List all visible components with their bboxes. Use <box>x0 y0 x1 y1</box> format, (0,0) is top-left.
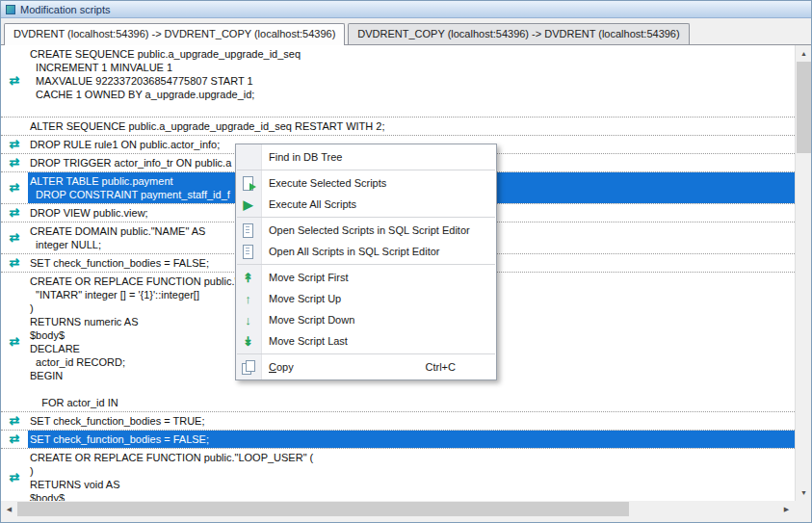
menu-item-label: Move Script First <box>269 272 349 283</box>
script-text: CREATE OR REPLACE FUNCTION public."LOOP_… <box>28 449 795 501</box>
window-title: Modification scripts <box>20 4 111 15</box>
sync-arrows-icon: ⇄ <box>10 256 20 270</box>
sync-arrows-icon: ⇄ <box>10 181 20 195</box>
menu-item-label: Move Script Last <box>269 335 348 347</box>
vertical-scrollbar[interactable]: ▲ ▼ <box>795 45 811 501</box>
menu-item-find-in-db-tree[interactable]: Find in DB Tree <box>236 146 496 168</box>
menu-item-label: Execute All Scripts <box>269 198 356 210</box>
menu-item-label: Copy <box>269 361 294 373</box>
script-text: SET check_function_bodies = FALSE; <box>28 431 795 448</box>
menu-item-move-script-up[interactable]: ↑Move Script Up <box>236 288 496 309</box>
script-gutter: ⇄ <box>1 172 28 203</box>
script-text: SET check_function_bodies = TRUE; <box>28 412 795 430</box>
horizontal-scroll-thumb[interactable] <box>17 502 629 516</box>
sync-arrows-icon: ⇄ <box>10 74 20 88</box>
horizontal-scrollbar-row: ◀ ▶ <box>1 501 811 517</box>
scroll-down-icon[interactable]: ▼ <box>796 484 812 501</box>
menu-item-copy[interactable]: CopyCtrl+C <box>236 356 496 378</box>
tab-bar: DVDRENT (localhost:54396) -> DVDRENT_COP… <box>1 18 811 44</box>
sync-arrows-icon: ⇄ <box>10 414 20 428</box>
move-script-down-icon: ↓ <box>240 312 256 327</box>
horizontal-scrollbar[interactable]: ◀ ▶ <box>1 501 795 517</box>
menu-item-open-selected-scripts-in-sql-script-editor[interactable]: Open Selected Scripts in SQL Script Edit… <box>236 220 496 241</box>
script-gutter: ⇄ <box>1 254 28 272</box>
menu-shortcut: Ctrl+C <box>426 361 486 373</box>
script-gutter <box>1 118 28 135</box>
menu-separator <box>237 170 495 170</box>
menu-separator <box>237 353 495 354</box>
script-gutter: ⇄ <box>1 222 28 253</box>
menu-separator <box>237 217 495 218</box>
tab-1[interactable]: DVDRENT_COPY (localhost:54396) -> DVDREN… <box>348 23 689 44</box>
menu-item-label: Open All Scripts in SQL Script Editor <box>269 246 440 257</box>
menu-separator <box>237 264 495 265</box>
sync-arrows-icon: ⇄ <box>10 206 20 220</box>
script-gutter: ⇄ <box>1 431 28 448</box>
script-gutter: ⇄ <box>1 45 28 117</box>
script-gutter: ⇄ <box>1 204 28 222</box>
sync-arrows-icon: ⇄ <box>10 471 20 484</box>
menu-item-label: Move Script Up <box>269 293 341 304</box>
open-selected-scripts-icon <box>240 222 256 238</box>
execute-selected-scripts-icon <box>240 175 256 191</box>
modification-scripts-icon <box>6 5 15 14</box>
move-script-first-icon: ↟ <box>240 270 256 285</box>
script-row[interactable]: ⇄CREATE SEQUENCE public.a_upgrade_upgrad… <box>1 45 795 118</box>
script-gutter: ⇄ <box>1 154 28 171</box>
move-script-last-icon: ↡ <box>240 333 256 349</box>
sync-arrows-icon: ⇄ <box>10 156 20 170</box>
scroll-left-icon[interactable]: ◀ <box>1 501 17 517</box>
find-in-db-tree-icon <box>240 149 256 165</box>
menu-item-label: Open Selected Scripts in SQL Script Edit… <box>269 224 470 236</box>
move-script-up-icon: ↑ <box>240 291 256 306</box>
script-row[interactable]: ALTER SEQUENCE public.a_upgrade_upgrade_… <box>1 118 795 136</box>
script-gutter: ⇄ <box>1 136 28 153</box>
vertical-scroll-thumb[interactable] <box>797 62 811 153</box>
menu-item-label: Execute Selected Scripts <box>269 177 386 189</box>
titlebar: Modification scripts <box>1 1 811 18</box>
menu-item-open-all-scripts-in-sql-script-editor[interactable]: Open All Scripts in SQL Script Editor <box>236 241 496 262</box>
script-row[interactable]: ⇄SET check_function_bodies = FALSE; <box>1 431 795 449</box>
menu-item-label: Find in DB Tree <box>269 151 342 163</box>
sync-arrows-icon: ⇄ <box>10 432 20 446</box>
sync-arrows-icon: ⇄ <box>10 335 20 349</box>
script-gutter: ⇄ <box>1 449 28 501</box>
menu-item-execute-all-scripts[interactable]: ▶Execute All Scripts <box>236 194 496 215</box>
execute-all-scripts-icon: ▶ <box>240 196 256 212</box>
sync-arrows-icon: ⇄ <box>10 231 20 245</box>
scroll-up-icon[interactable]: ▲ <box>796 45 812 62</box>
script-text: ALTER SEQUENCE public.a_upgrade_upgrade_… <box>28 118 795 135</box>
tab-0[interactable]: DVDRENT (localhost:54396) -> DVDRENT_COP… <box>4 23 345 45</box>
script-row[interactable]: ⇄CREATE OR REPLACE FUNCTION public."LOOP… <box>1 449 795 501</box>
menu-item-move-script-down[interactable]: ↓Move Script Down <box>236 309 496 330</box>
menu-item-execute-selected-scripts[interactable]: Execute Selected Scripts <box>236 172 496 194</box>
menu-item-label: Move Script Down <box>269 314 354 326</box>
open-all-scripts-icon <box>240 244 256 259</box>
scrollbar-corner <box>795 501 811 517</box>
menu-item-move-script-last[interactable]: ↡Move Script Last <box>236 330 496 352</box>
context-menu: Find in DB TreeExecute Selected Scripts▶… <box>235 144 497 380</box>
menu-item-move-script-first[interactable]: ↟Move Script First <box>236 267 496 288</box>
copy-icon <box>240 359 256 375</box>
modification-scripts-panel: Modification scripts DVDRENT (localhost:… <box>0 0 812 523</box>
script-text: CREATE SEQUENCE public.a_upgrade_upgrade… <box>28 45 795 117</box>
script-row[interactable]: ⇄SET check_function_bodies = TRUE; <box>1 412 795 431</box>
sync-arrows-icon: ⇄ <box>10 138 20 151</box>
scroll-right-icon[interactable]: ▶ <box>778 501 795 517</box>
script-gutter: ⇄ <box>1 273 28 411</box>
script-gutter: ⇄ <box>1 412 28 430</box>
